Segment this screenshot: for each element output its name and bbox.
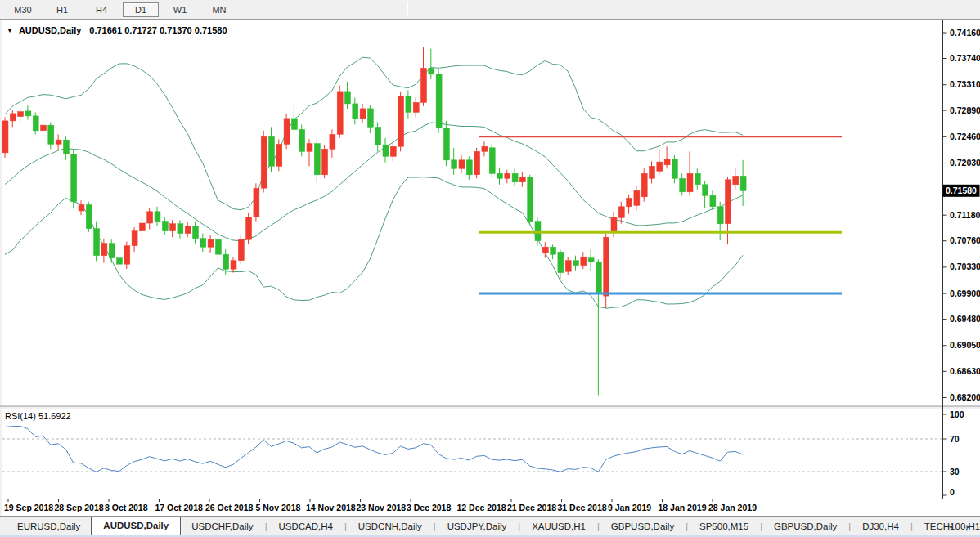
- tab-eurusd-daily[interactable]: EURUSD,Daily: [7, 518, 91, 535]
- time-tick-label: 31 Dec 2018: [558, 503, 607, 512]
- timeframe-button-h1[interactable]: H1: [44, 2, 80, 17]
- current-price-badge: 0.71580: [943, 185, 980, 197]
- timeframe-button-h4[interactable]: H4: [83, 2, 119, 17]
- time-tick-label: 17 Oct 2018: [155, 503, 204, 512]
- time-tick-label: 19 Sep 2018: [4, 503, 53, 512]
- price-tick-label: 0.73310: [950, 79, 980, 89]
- price-tick-label: 0.72030: [950, 158, 980, 168]
- tab-usdcnh-daily[interactable]: USDCNH,Daily: [348, 518, 433, 535]
- time-tick-label: 9 Jan 2019: [608, 503, 651, 512]
- time-tick-label: 12 Dec 2018: [457, 503, 506, 512]
- time-tick-label: 21 Dec 2018: [507, 503, 556, 512]
- rsi-tick-label: 100: [950, 409, 964, 419]
- price-tick-label: 0.69900: [950, 289, 980, 298]
- rsi-indicator-label: RSI(14) 51.6922: [5, 411, 71, 421]
- tab-usdcad-h4[interactable]: USDCAD,H4: [267, 518, 343, 535]
- tab-gbpusd-daily[interactable]: GBPUSD,Daily: [600, 518, 685, 535]
- symbol-tab-bar: EURUSD,DailyAUDUSD,DailyUSDCHF,Daily|USD…: [0, 517, 980, 537]
- price-tick-label: 0.72890: [950, 105, 980, 115]
- timeframe-button-w1[interactable]: W1: [162, 2, 198, 17]
- price-tick-label: 0.69050: [950, 340, 980, 350]
- time-tick-label: 5 Nov 2018: [256, 503, 301, 512]
- chart-symbol-label: AUDUSD,Daily: [19, 25, 81, 35]
- chart-ohlc-values: 0.71661 0.71727 0.71370 0.71580: [89, 25, 227, 35]
- price-tick-label: 0.68630: [950, 366, 980, 376]
- chart-title: ▼ AUDUSD,Daily 0.71661 0.71727 0.71370 0…: [7, 25, 227, 35]
- price-tick-label: 0.70760: [950, 235, 980, 245]
- time-tick-label: 8 Oct 2018: [105, 503, 148, 512]
- chart-dropdown-icon[interactable]: ▼: [7, 27, 13, 34]
- tab-usdchf-daily[interactable]: USDCHF,Daily: [181, 518, 263, 535]
- price-tick-label: 0.70330: [950, 262, 980, 271]
- time-tick-label: 3 Dec 2018: [407, 503, 451, 512]
- tab-audusd-daily[interactable]: AUDUSD,Daily: [91, 517, 181, 535]
- chart-canvas[interactable]: 0.741600.737400.733100.728900.724600.720…: [0, 0, 980, 537]
- price-tick-label: 0.71180: [950, 210, 980, 220]
- tab-xauusd-h1[interactable]: XAUUSD,H1: [521, 518, 596, 535]
- timeframe-button-mn[interactable]: MN: [201, 2, 237, 17]
- price-tick-label: 0.68200: [950, 392, 980, 402]
- rsi-tick-label: 30: [950, 467, 960, 477]
- time-tick-label: 28 Sep 2018: [55, 503, 104, 512]
- price-tick-label: 0.74160: [950, 28, 980, 38]
- timeframe-button-d1[interactable]: D1: [123, 2, 159, 17]
- time-tick-label: 26 Oct 2018: [205, 503, 254, 512]
- rsi-tick-label: 0: [950, 487, 955, 497]
- tab-sp500-m15[interactable]: SP500,M15: [689, 518, 759, 535]
- time-tick-label: 28 Jan 2019: [708, 503, 757, 512]
- tab-usdjpy-daily[interactable]: USDJPY,Daily: [437, 518, 518, 535]
- current-price-label: 0.71580: [946, 186, 977, 195]
- price-tick-label: 0.72460: [950, 132, 980, 141]
- price-tick-label: 0.69480: [950, 314, 980, 324]
- tab-scroll-left-icon[interactable]: ◄: [947, 523, 954, 530]
- rsi-tick-label: 70: [950, 434, 960, 444]
- timeframe-button-m30[interactable]: M30: [5, 2, 41, 17]
- tab-dj30-h4[interactable]: DJ30,H4: [852, 518, 910, 535]
- tab-scroll-right-icon[interactable]: ►: [965, 523, 972, 530]
- time-tick-label: 18 Jan 2019: [659, 503, 707, 512]
- toolbar-separator: [407, 2, 408, 17]
- price-tick-label: 0.73740: [950, 53, 980, 63]
- time-tick-label: 14 Nov 2018: [306, 503, 356, 512]
- timeframe-toolbar: M30H1H4D1W1MN: [0, 0, 980, 20]
- time-tick-label: 23 Nov 2018: [357, 503, 407, 512]
- tab-gbpusd-daily[interactable]: GBPUSD,Daily: [763, 518, 847, 535]
